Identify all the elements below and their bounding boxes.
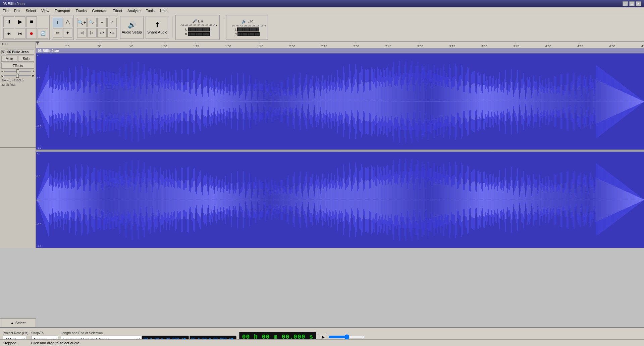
zoom-group: 🔍+ 🔍- ↔ ⤢ ◁| |▷ ↩ ↪ [76,15,118,40]
toolbar-divider-2 [223,17,223,38]
selection-label: Length and End of Selection [61,331,236,335]
track-1-name-dropdown[interactable]: 06 Billie Jean [6,50,34,55]
pan-thumb[interactable] [16,74,19,78]
pan-slider[interactable] [4,75,31,76]
select-arrow-icon: ▲ [10,321,14,325]
menu-edit[interactable]: Edit [11,7,23,14]
solo-button[interactable]: Solo [18,56,34,62]
menu-tools[interactable]: Tools [143,7,157,14]
window-controls: — □ ✕ [623,1,641,6]
share-audio-icon: ⬆ [155,21,160,29]
track-label-spacer: ▼ 15 [0,42,36,48]
menu-effect[interactable]: Effect [110,7,125,14]
tracks-panel: ✕ 06 Billie Jean Mute Solo Effects − + L [0,48,36,248]
track-1-info: Stereo, 44100Hz32-bit float [1,78,34,87]
track-1-close[interactable]: ✕ [1,50,5,54]
gain-minus: − [1,70,3,73]
pan-slider-row: L R [1,74,34,77]
draw-tool[interactable]: ✏ [53,28,62,38]
project-rate-label: Project Rate (Hz) [3,331,29,335]
playback-speed-slider[interactable] [328,334,365,340]
status-stopped: Stopped. [3,341,17,345]
trim-left-button[interactable]: ◁| [77,28,87,38]
audio-setup-icon: 🔊 [128,21,136,29]
snap-to-label: Snap-To [31,331,58,335]
output-lr-label: L R [248,19,253,23]
input-db-labels: -54-48-42-36-30-24-18-12-6▶ [180,24,217,27]
input-meter-bar-l: L [185,27,210,31]
undo-button[interactable]: ↩ [97,28,107,38]
status-hint: Click and drag to select audio [31,341,79,345]
status-bar: Stopped. Click and drag to select audio [0,339,644,346]
close-button[interactable]: ✕ [636,1,641,6]
share-audio-label: Share Audio [147,30,167,34]
waveform-area[interactable]: 06 Billie Jean [36,48,644,248]
zoom-toggle-button[interactable]: ⤢ [107,18,117,27]
input-lr-label: L R [198,19,203,23]
pan-left: L [1,74,3,77]
title-bar: 06 Billie Jean — □ ✕ [0,0,644,7]
menu-tracks[interactable]: Tracks [73,7,90,14]
main-content: ✕ 06 Billie Jean Mute Solo Effects − + L [0,48,644,248]
select-area-button[interactable]: ▲ Select [0,318,36,327]
select-label: Select [15,321,26,325]
track-1-name-bar: ✕ 06 Billie Jean [1,50,34,55]
input-meter-section: 🎤 L R -54-48-42-36-30-24-18-12-6▶ L R [175,15,220,40]
input-meter-bar-r: R [185,32,210,36]
output-meter-section: 🔊 L R -54-48-42-36-30-24-18-12-6 L R [226,15,268,40]
output-db-labels: -54-48-42-36-30-24-18-12-6 [231,24,266,27]
redo-button[interactable]: ↪ [107,28,117,38]
loop-button[interactable]: 🔄 [38,28,48,39]
stop-button[interactable]: ■ [26,16,37,27]
track-1-controls: ✕ 06 Billie Jean Mute Solo Effects − + L [0,48,36,148]
menu-generate[interactable]: Generate [89,7,110,14]
gain-plus: + [33,70,34,73]
menu-help[interactable]: Help [157,7,170,14]
transport-group: ⏸ ▶ ■ ⏮ ⏭ ⏺ 🔄 [2,15,50,40]
envelope-tool[interactable]: ╱╲ [63,18,72,27]
menu-analyze[interactable]: Analyze [125,7,143,14]
play-button[interactable]: ▶ [15,16,25,27]
audio-setup-label: Audio Setup [122,30,142,34]
mute-solo-row: Mute Solo [1,56,34,62]
menu-transport[interactable]: Transport [52,7,73,14]
menu-bar: File Edit Select View Transport Tracks G… [0,7,644,14]
tools-group: I ╱╲ ✏ ✦ [52,15,74,40]
timeline[interactable]: ▼ 15 [0,42,644,48]
record-button[interactable]: ⏺ [26,28,37,39]
gain-thumb[interactable] [16,69,19,73]
ruler[interactable] [36,42,644,48]
waveform-canvas[interactable] [36,54,644,248]
multi-tool[interactable]: ✦ [63,28,72,38]
menu-view[interactable]: View [39,7,52,14]
maximize-button[interactable]: □ [629,1,635,6]
effects-button[interactable]: Effects [1,63,34,69]
mute-button[interactable]: Mute [1,56,17,62]
share-audio-button[interactable]: ⬆ Share Audio [146,16,169,39]
input-meter-icon: 🎤 [192,19,197,23]
minimize-button[interactable]: — [623,1,628,6]
menu-select[interactable]: Select [23,7,39,14]
selection-tool[interactable]: I [53,18,62,27]
menu-file[interactable]: File [0,7,11,14]
next-button[interactable]: ⏭ [15,28,25,39]
track-header: 06 Billie Jean [36,48,644,54]
pan-right: R [32,74,35,77]
pause-button[interactable]: ⏸ [3,16,14,27]
gain-slider-row: − + [1,70,34,73]
gain-slider[interactable] [4,71,31,72]
output-meter-bar-r: R [235,32,260,36]
zoom-in-button[interactable]: 🔍+ [77,18,87,27]
ruler-canvas[interactable] [36,42,644,48]
audio-setup-button[interactable]: 🔊 Audio Setup [120,16,144,39]
trim-right-button[interactable]: |▷ [87,28,97,38]
toolbar-divider-1 [172,17,172,38]
zoom-out-button[interactable]: 🔍- [87,18,97,27]
fit-horiz-button[interactable]: ↔ [97,18,107,27]
output-meter-icon: 🔊 [241,19,247,24]
output-meter-bar-l: L [235,27,259,31]
toolbar: ⏸ ▶ ■ ⏮ ⏭ ⏺ 🔄 I ╱╲ ✏ ✦ [0,14,644,42]
title-text: 06 Billie Jean [3,2,24,6]
prev-button[interactable]: ⏮ [3,28,14,39]
